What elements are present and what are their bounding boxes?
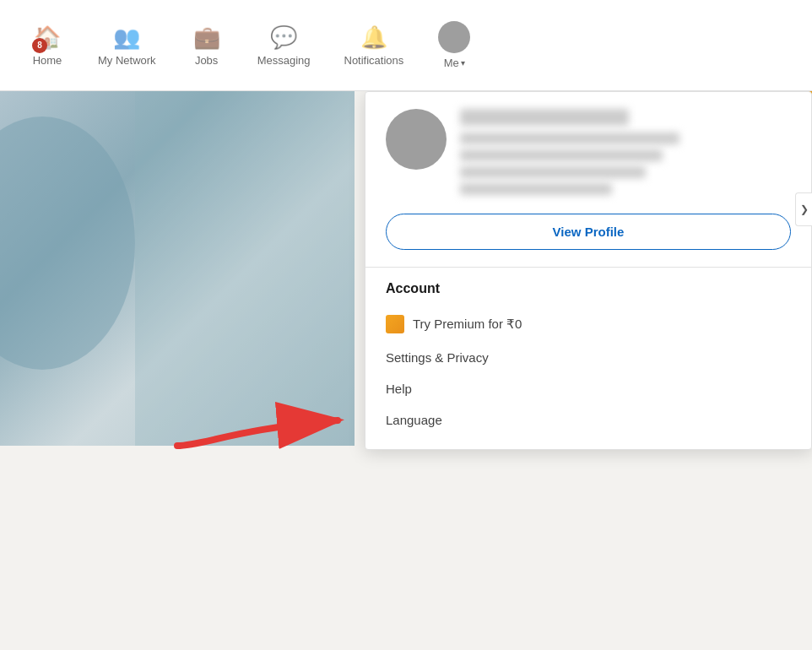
dropdown-profile-info bbox=[460, 109, 791, 200]
profile-detail-2-blurred bbox=[460, 149, 663, 161]
avatar bbox=[438, 21, 470, 53]
notifications-label: Notifications bbox=[344, 54, 404, 67]
dropdown-profile-section bbox=[365, 92, 811, 214]
profile-detail-3-blurred bbox=[460, 166, 646, 178]
profile-detail-4-blurred bbox=[460, 183, 612, 195]
nav-me[interactable]: Me ▾ bbox=[420, 0, 488, 90]
try-premium-label: Try Premium for ₹0 bbox=[413, 317, 522, 332]
premium-icon bbox=[386, 315, 404, 333]
messaging-icon: 💬 bbox=[270, 24, 297, 51]
help-item[interactable]: Help bbox=[386, 373, 791, 404]
nav-jobs[interactable]: 💼 Jobs bbox=[173, 0, 241, 90]
home-badge: 8 bbox=[32, 38, 47, 53]
jobs-label: Jobs bbox=[195, 54, 218, 67]
profile-detail-1-blurred bbox=[460, 133, 679, 144]
nav-notifications[interactable]: 🔔 Notifications bbox=[328, 0, 421, 90]
home-label: Home bbox=[33, 54, 62, 67]
home-icon: 🏠 8 bbox=[34, 24, 61, 51]
my-network-icon: 👥 bbox=[113, 24, 140, 51]
language-label: Language bbox=[386, 413, 442, 427]
settings-privacy-item[interactable]: Settings & Privacy bbox=[386, 342, 791, 373]
account-section: Account Try Premium for ₹0 Settings & Pr… bbox=[365, 268, 811, 449]
jobs-icon: 💼 bbox=[193, 24, 220, 51]
bg-decoration-rect bbox=[135, 91, 355, 446]
nav-my-network[interactable]: 👥 My Network bbox=[81, 0, 173, 90]
profile-cover-bg bbox=[0, 91, 355, 446]
me-chevron-icon: ▾ bbox=[461, 58, 465, 68]
profile-name-blurred bbox=[460, 109, 629, 126]
main-area: ❯ View Profile bbox=[0, 91, 812, 650]
my-network-label: My Network bbox=[98, 54, 156, 67]
me-dropdown-panel: View Profile Account Try Premium for ₹0 … bbox=[365, 91, 812, 450]
try-premium-item[interactable]: Try Premium for ₹0 bbox=[386, 306, 791, 342]
top-navigation: 🏠 8 Home 👥 My Network 💼 Jobs 💬 Messaging… bbox=[0, 0, 812, 91]
dropdown-avatar bbox=[386, 109, 447, 170]
collapse-chevron-button[interactable]: ❯ bbox=[795, 192, 812, 226]
me-label: Me ▾ bbox=[444, 57, 465, 69]
account-section-title: Account bbox=[386, 281, 791, 296]
nav-messaging[interactable]: 💬 Messaging bbox=[241, 0, 328, 90]
messaging-label: Messaging bbox=[257, 54, 311, 67]
notifications-icon: 🔔 bbox=[360, 24, 387, 51]
settings-privacy-label: Settings & Privacy bbox=[386, 350, 489, 365]
nav-home[interactable]: 🏠 8 Home bbox=[14, 0, 81, 90]
language-item[interactable]: Language bbox=[386, 404, 791, 436]
bg-decoration-circle bbox=[0, 116, 135, 370]
view-profile-button[interactable]: View Profile bbox=[386, 214, 791, 250]
help-label: Help bbox=[386, 382, 412, 396]
